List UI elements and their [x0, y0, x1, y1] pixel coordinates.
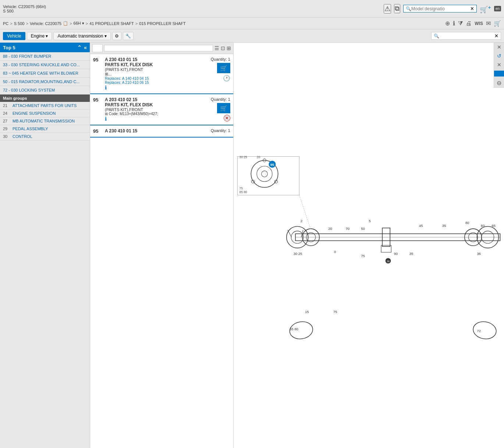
part-pos-1: 95 — [93, 97, 102, 103]
tab-automatic-transmission[interactable]: Automatic transmission ▾ — [53, 32, 110, 40]
grid-icon[interactable]: ⊡ — [221, 45, 225, 51]
part-info-icon-1[interactable]: ℹ — [105, 116, 191, 122]
part-item-1: 95 A 203 410 02 15 PARTS KIT, FLEX DISK … — [90, 94, 233, 125]
sidebar-item-4[interactable]: 72 - 030 LOCKING SYSTEM — [0, 86, 90, 95]
rotate-btn[interactable]: ↺ — [497, 53, 501, 59]
sidebar-scroll: 88 - 030 FRONT BUMPER 33 - 030 STEERING … — [0, 52, 90, 448]
svg-rect-1 — [238, 157, 299, 195]
group-item-24[interactable]: 24 ENGINE SUSPENSION — [0, 110, 90, 117]
tab-icon2[interactable]: 🔧 — [123, 32, 134, 40]
part-extra-0[interactable]: ⊞... — [105, 72, 191, 77]
info-btn[interactable]: ℹ — [453, 20, 455, 27]
group-label-30: CONTROL — [13, 134, 32, 139]
group-label-29: PEDAL ASSEMBLY — [13, 127, 48, 131]
group-item-30[interactable]: 30 CONTROL — [0, 133, 90, 141]
tab-icon1[interactable]: ⚙ — [112, 32, 121, 40]
part-item-0: 95 A 230 410 01 15 PARTS KIT, FLEX DISK … — [90, 54, 233, 94]
mail-btn[interactable]: ✉ — [486, 20, 491, 27]
filter-btn[interactable]: ⧩ — [458, 20, 463, 27]
zoom-in-btn[interactable]: ⊕ — [445, 20, 450, 27]
nav-tabs: Vehicle Engine ▾ Automatic transmission … — [3, 32, 134, 40]
qty-label-2: Quantity: 1 — [211, 128, 230, 133]
wis-btn[interactable]: WIS — [475, 21, 483, 26]
bc-sep5: > — [135, 21, 138, 26]
rs-close2-btn[interactable]: ✕ — [497, 62, 501, 68]
bc-sep4: > — [86, 21, 88, 26]
tab-engine[interactable]: Engine ▾ — [27, 32, 52, 40]
bc-66h[interactable]: 66H ▾ — [74, 21, 84, 26]
model-search-input[interactable] — [411, 6, 470, 11]
group-num-30: 30 — [3, 134, 10, 139]
svg-text:85 80: 85 80 — [239, 190, 247, 194]
part-code-1: A 203 410 02 15 — [105, 97, 191, 102]
part-info-icon-0[interactable]: ℹ — [105, 85, 191, 90]
svg-text:80: 80 — [465, 221, 469, 225]
part-info-2: A 230 410 01 15 — [105, 128, 191, 134]
cart2-btn[interactable]: 🛒 — [494, 20, 501, 27]
nav-search-input[interactable] — [439, 34, 494, 38]
parts-search-input[interactable] — [104, 45, 213, 51]
group-item-21[interactable]: 21 ATTACHMENT PARTS FOR UNITS — [0, 102, 90, 110]
top5-label: Top 5 — [3, 45, 15, 50]
part-replace-0a: Replaces: A 140 410 04 15 — [105, 77, 191, 81]
cart-button[interactable]: 🛒+ — [480, 4, 491, 14]
language-badge[interactable]: en — [494, 6, 501, 11]
part-replace-0b: Replaces: A 210 410 06 15 — [105, 81, 191, 85]
expand-icon[interactable]: ⊞ — [227, 45, 231, 51]
part-pos-0: 95 — [93, 57, 102, 63]
group-num-21: 21 — [3, 103, 10, 108]
bc-015[interactable]: 015 PROPELLER SHAFT — [139, 21, 186, 26]
collapse-icon[interactable]: ⌃ — [77, 45, 82, 50]
part-qty-2: Quantity: 1 — [194, 128, 230, 133]
top-bar-right: ⚠ ⧉ 🔍 ✕ 🛒+ en — [384, 4, 501, 14]
group-item-27[interactable]: 27 MB AUTOMATIC TRANSMISSION — [0, 117, 90, 125]
sidebar-item-2[interactable]: 83 ~ 045 HEATER CASE WITH BLOWER — [0, 69, 90, 78]
list-icon[interactable]: ☰ — [214, 45, 219, 51]
part-qty-0: Quantity: 1 🛒 🕐 — [194, 57, 230, 82]
sidebar-item-3[interactable]: 50 - 015 RADIATOR,MOUNTING,AND C... — [0, 78, 90, 86]
alert-icon-button[interactable]: ⚠ — [384, 4, 391, 14]
main-layout: Top 5 ⌃ « 88 - 030 FRONT BUMPER 33 - 030… — [0, 43, 504, 448]
print-btn[interactable]: 🖨 — [466, 20, 472, 27]
top5-header-icons: ⌃ « — [77, 45, 87, 50]
delete-icon-1[interactable]: ✕ — [224, 115, 230, 121]
part-name-1: PARTS KIT, FLEX DISK — [105, 102, 191, 107]
sidebar-item-1[interactable]: 33 - 030 STEERING KNUCKLE AND CO... — [0, 61, 90, 69]
qty-label-1: Quantity: 1 — [211, 97, 230, 102]
bc-s500[interactable]: S 500 — [14, 21, 25, 26]
bc-pc[interactable]: PC — [3, 21, 8, 26]
diagram-svg: 95 30 25 20 85 80 75 — [234, 43, 504, 448]
toolbar-color-swatch — [92, 44, 103, 52]
vehicle-label: Vehicle: C220075 (66H) — [3, 4, 46, 9]
bc-vehicle[interactable]: Vehicle: C220075 — [30, 21, 61, 26]
add-to-cart-1[interactable]: 🛒 — [217, 103, 230, 113]
breadcrumb: PC > S 500 > Vehicle: C220075 📋 > 66H ▾ … — [3, 21, 186, 26]
rs-accent-panel[interactable] — [494, 71, 504, 77]
add-to-cart-0[interactable]: 🛒 — [217, 63, 230, 73]
bc-sep1: > — [10, 21, 12, 26]
part-code-0: A 230 410 01 15 — [105, 57, 191, 62]
bc-sep2: > — [26, 21, 28, 26]
diagram-area: 95 30 25 20 85 80 75 — [234, 43, 504, 448]
breadcrumb-toolbar: ⊕ ℹ ⧩ 🖨 WIS ✉ 🛒 — [445, 20, 501, 27]
bc-propshaft[interactable]: 41 PROPELLER SHAFT — [89, 21, 134, 26]
nav-bar: Vehicle Engine ▾ Automatic transmission … — [0, 29, 504, 43]
main-groups-title: Main groups — [0, 95, 90, 102]
svg-text:35: 35 — [409, 252, 414, 256]
tab-vehicle[interactable]: Vehicle — [3, 32, 25, 40]
model-search-box: 🔍 ✕ — [403, 5, 477, 13]
close-diagram-btn[interactable]: ✕ — [497, 44, 501, 50]
svg-text:60: 60 — [481, 224, 485, 228]
minimize-icon[interactable]: « — [84, 45, 87, 50]
group-num-24: 24 — [3, 111, 10, 115]
nav-search-clear[interactable]: ✕ — [494, 33, 498, 39]
zoom-minus-btn[interactable]: ⊖ — [497, 79, 501, 86]
sidebar-item-0[interactable]: 88 - 030 FRONT BUMPER — [0, 52, 90, 61]
copy-icon-button[interactable]: ⧉ — [394, 4, 400, 13]
qty-label-0: Quantity: 1 — [211, 57, 230, 61]
part-info-0: A 230 410 01 15 PARTS KIT, FLEX DISK (PA… — [105, 57, 191, 90]
group-item-29[interactable]: 29 PEDAL ASSEMBLY — [0, 125, 90, 133]
clock-icon-0[interactable]: 🕐 — [223, 75, 230, 82]
middle-toolbar: ☰ ⊡ ⊞ — [90, 43, 233, 54]
search-clear-button[interactable]: ✕ — [470, 6, 474, 11]
